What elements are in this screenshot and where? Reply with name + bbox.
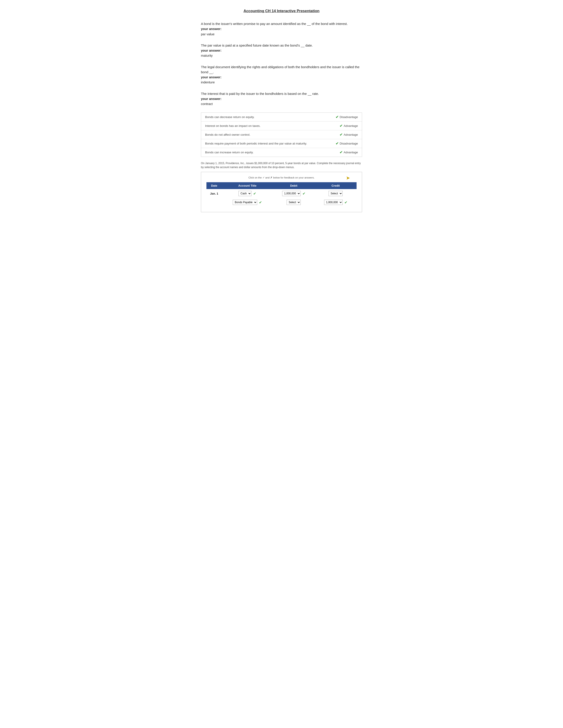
bonds-row-badge-1: ✔Advantage <box>332 124 358 128</box>
bonds-badge-label-2: Advantage <box>344 133 358 136</box>
debit-check-icon: ✔ <box>303 191 305 196</box>
checkmark-icon: ✔ <box>340 133 343 137</box>
qa-answer-value-0: par value <box>201 32 362 37</box>
bonds-row-text-3: Bonds require payment of both periodic i… <box>205 142 332 145</box>
journal-header-date: Date <box>206 182 222 189</box>
qa-question-2: The legal document identifying the right… <box>201 64 362 75</box>
bonds-row-3: Bonds require payment of both periodic i… <box>201 139 362 148</box>
bonds-row-badge-2: ✔Advantage <box>332 133 358 137</box>
feedback-note: Click on the ✓ and ✗ below for feedback … <box>206 176 357 179</box>
arrow-icon: ➤ <box>346 175 350 181</box>
journal-account-select-1[interactable]: Bonds Payable <box>233 200 257 205</box>
journal-date-0: Jan. 1 <box>206 189 222 198</box>
bonds-row-2: Bonds do not affect owner control.✔Advan… <box>201 130 362 139</box>
journal-credit-select-0[interactable]: Select <box>329 191 343 196</box>
journal-credit-1: 1,000,000✔ <box>315 198 357 207</box>
journal-date-1 <box>206 198 222 207</box>
page-title: Accounting CH 14 Interactive Presentatio… <box>201 9 362 13</box>
bonds-row-text-1: Interest on bonds has an impact on taxes… <box>205 124 332 128</box>
qa-question-0: A bond is the issuer's written promise t… <box>201 21 362 26</box>
checkmark-icon: ✔ <box>336 115 339 119</box>
journal-debit-select-1[interactable]: Select <box>287 200 301 205</box>
qa-answer-value-2: indenture <box>201 80 362 85</box>
checkmark-icon: ✔ <box>336 141 339 146</box>
journal-intro: On January 1, 2015, Providence, Inc., is… <box>201 161 362 169</box>
bonds-row-1: Interest on bonds has an impact on taxes… <box>201 122 362 130</box>
account-check-icon: ✔ <box>259 200 262 205</box>
account-check-icon: ✔ <box>253 191 256 196</box>
journal-account-select-0[interactable]: Cash <box>238 191 251 196</box>
journal-account-1: Bonds Payable✔ <box>222 198 273 207</box>
qa-answer-label-2: your answer: <box>201 75 362 80</box>
journal-header-account-title: Account Title <box>222 182 273 189</box>
journal-header-debit: Debit <box>273 182 315 189</box>
qa-answer-label-0: your answer: <box>201 26 362 31</box>
bonds-badge-label-0: Disadvantage <box>340 115 358 119</box>
qa-block-0: A bond is the issuer's written promise t… <box>201 21 362 37</box>
bonds-row-badge-0: ✔Disadvantage <box>332 115 358 119</box>
checkmark-icon: ✔ <box>340 124 343 128</box>
qa-block-3: The interest that is paid by the issuer … <box>201 91 362 107</box>
bonds-list: Bonds can decrease return on equity.✔Dis… <box>201 113 362 157</box>
bonds-badge-label-4: Advantage <box>344 151 358 154</box>
journal-debit-0: 1,000,000✔ <box>273 189 315 198</box>
journal-header-credit: Credit <box>315 182 357 189</box>
journal-section: On January 1, 2015, Providence, Inc., is… <box>201 161 362 212</box>
qa-answer-label-1: your answer: <box>201 48 362 53</box>
bonds-row-badge-4: ✔Advantage <box>332 150 358 154</box>
bonds-row-text-4: Bonds can increase return on equity. <box>205 151 332 154</box>
checkmark-icon: ✔ <box>340 150 343 154</box>
qa-answer-value-3: contract <box>201 101 362 106</box>
bonds-row-0: Bonds can decrease return on equity.✔Dis… <box>201 113 362 122</box>
journal-table: DateAccount TitleDebitCredit Jan. 1Cash✔… <box>206 182 357 207</box>
journal-credit-0: Select <box>315 189 357 198</box>
journal-row-1: Bonds Payable✔Select1,000,000✔ <box>206 198 357 207</box>
bonds-badge-label-3: Disadvantage <box>340 142 358 145</box>
journal-account-0: Cash✔ <box>222 189 273 198</box>
bonds-row-text-2: Bonds do not affect owner control. <box>205 133 332 136</box>
journal-container: Click on the ✓ and ✗ below for feedback … <box>201 172 362 212</box>
journal-credit-select-1[interactable]: 1,000,000 <box>324 200 343 205</box>
journal-debit-1: Select <box>273 198 315 207</box>
qa-block-1: The par value is paid at a specified fut… <box>201 43 362 58</box>
journal-row-0: Jan. 1Cash✔1,000,000✔Select <box>206 189 357 198</box>
qa-answer-label-3: your answer: <box>201 96 362 101</box>
bonds-row-4: Bonds can increase return on equity.✔Adv… <box>201 148 362 157</box>
credit-check-icon: ✔ <box>345 200 347 205</box>
qa-question-3: The interest that is paid by the issuer … <box>201 91 362 96</box>
bonds-section: Bonds can decrease return on equity.✔Dis… <box>201 113 362 157</box>
journal-debit-select-0[interactable]: 1,000,000 <box>282 191 301 196</box>
qa-block-2: The legal document identifying the right… <box>201 64 362 85</box>
bonds-row-text-0: Bonds can decrease return on equity. <box>205 115 332 119</box>
bonds-badge-label-1: Advantage <box>344 124 358 128</box>
qa-answer-value-1: maturity <box>201 53 362 58</box>
qa-question-1: The par value is paid at a specified fut… <box>201 43 362 48</box>
bonds-row-badge-3: ✔Disadvantage <box>332 141 358 146</box>
